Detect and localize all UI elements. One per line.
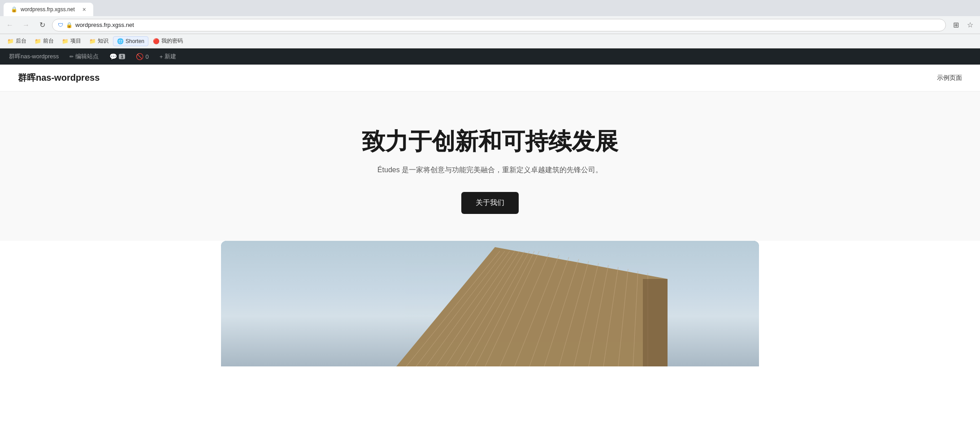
page-content: 群晖nas-wordpress 示例页面 致力于创新和可持续发展 Études … (0, 65, 980, 366)
site-header: 群晖nas-wordpress 示例页面 (0, 65, 980, 91)
password-icon: 🔴 (153, 38, 160, 44)
hero-section: 致力于创新和可持续发展 Études 是一家将创意与功能完美融合，重新定义卓越建… (0, 91, 980, 241)
bookmark-item-shorten[interactable]: 🌐 Shorten (113, 36, 148, 46)
folder-icon: 📁 (35, 38, 41, 44)
wp-admin-bar: 群晖nas-wordpress ✏ 编辑站点 💬 1 🚫 0 + 新建 (0, 48, 980, 65)
address-bar[interactable]: 🛡 🔒 wordpress.frp.xgss.net (52, 19, 946, 31)
svg-marker-0 (396, 247, 668, 366)
bookmark-label: 知识 (98, 37, 108, 45)
bookmark-label: 项目 (70, 37, 81, 45)
tab-favicon: 🔒 (11, 6, 17, 13)
image-section (0, 241, 980, 366)
wp-site-name-item[interactable]: 群晖nas-wordpress (4, 48, 64, 65)
security-shield-icon: 🛡 (58, 22, 63, 28)
browser-chrome: 🔒 wordpress.frp.xgss.net × ← → ↻ 🛡 🔒 wor… (0, 0, 980, 48)
extensions-button[interactable]: ⊞ (950, 19, 962, 31)
bookmark-label: 我的密码 (161, 37, 183, 45)
wp-comments-item[interactable]: 💬 1 (104, 48, 130, 65)
wp-pending-count: 0 (145, 53, 148, 60)
globe-icon: 🌐 (117, 38, 124, 44)
forward-button[interactable]: → (20, 19, 32, 31)
url-text: wordpress.frp.xgss.net (75, 22, 940, 28)
bookmark-item-frontend[interactable]: 📁 前台 (31, 36, 57, 46)
tab-bar: 🔒 wordpress.frp.xgss.net × (0, 0, 980, 16)
tab-close-button[interactable]: × (82, 6, 86, 13)
browser-tab[interactable]: 🔒 wordpress.frp.xgss.net × (4, 3, 93, 16)
bookmark-label: 后台 (16, 37, 26, 45)
browser-actions: ⊞ ☆ (950, 19, 976, 31)
browser-toolbar: ← → ↻ 🛡 🔒 wordpress.frp.xgss.net ⊞ ☆ (0, 16, 980, 34)
back-button[interactable]: ← (4, 19, 16, 31)
wp-edit-site-item[interactable]: ✏ 编辑站点 (64, 48, 104, 65)
sample-page-link[interactable]: 示例页面 (937, 74, 962, 82)
building-svg (372, 247, 668, 366)
folder-icon: 📁 (7, 38, 14, 44)
hero-title: 致力于创新和可持续发展 (362, 127, 618, 155)
wp-site-name: 群晖nas-wordpress (9, 52, 59, 61)
reload-button[interactable]: ↻ (36, 19, 48, 31)
bookmark-item-mypassword[interactable]: 🔴 我的密码 (149, 36, 186, 46)
hero-subtitle: Études 是一家将创意与功能完美融合，重新定义卓越建筑的先锋公司。 (377, 164, 603, 176)
bookmark-item-project[interactable]: 📁 项目 (58, 36, 85, 46)
wp-comments-count: 1 (119, 54, 125, 59)
wp-edit-site-label: 编辑站点 (75, 52, 99, 61)
svg-marker-21 (643, 279, 668, 366)
building-image (221, 241, 759, 366)
about-us-button[interactable]: 关于我们 (461, 192, 519, 214)
bookmark-star-button[interactable]: ☆ (964, 19, 976, 31)
wp-pending-item[interactable]: 🚫 0 (130, 48, 154, 65)
wp-new-item[interactable]: + 新建 (154, 48, 182, 65)
tab-title: wordpress.frp.xgss.net (21, 6, 75, 13)
bookmark-item-knowledge[interactable]: 📁 知识 (86, 36, 112, 46)
site-title: 群晖nas-wordpress (18, 72, 100, 84)
folder-icon: 📁 (89, 38, 96, 44)
bookmarks-bar: 📁 后台 📁 前台 📁 项目 📁 知识 🌐 Shorten 🔴 我的密码 (0, 34, 980, 48)
folder-icon: 📁 (62, 38, 69, 44)
bookmark-label: 前台 (43, 37, 54, 45)
lock-icon: 🔒 (66, 22, 73, 28)
bookmark-label: Shorten (126, 38, 144, 44)
wp-new-label: 新建 (165, 52, 176, 61)
bookmark-item-backend[interactable]: 📁 后台 (4, 36, 30, 46)
